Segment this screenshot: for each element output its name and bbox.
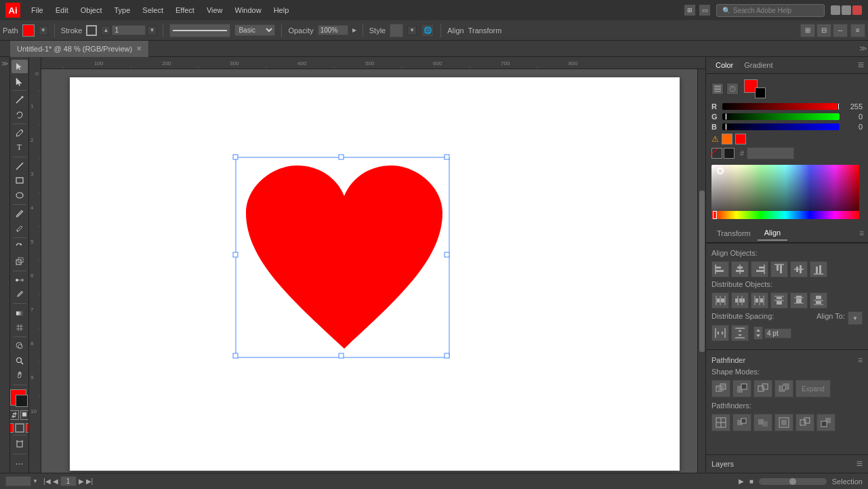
r-slider-thumb[interactable]	[838, 103, 840, 110]
minus-front-btn[interactable]	[732, 380, 751, 397]
handle-ml[interactable]	[233, 252, 238, 257]
expand-icon[interactable]: ≫	[0, 57, 9, 67]
color-spectrum[interactable]	[711, 165, 859, 219]
layout-btn-2[interactable]: ▭	[699, 4, 711, 16]
close-btn[interactable]	[852, 5, 862, 15]
timeline-slider[interactable]	[759, 478, 827, 485]
color-tab[interactable]: Color	[710, 59, 739, 71]
dist-top-btn[interactable]	[770, 292, 788, 309]
align-bottom-btn[interactable]	[810, 261, 827, 277]
none-swatch[interactable]	[711, 148, 722, 159]
r-slider[interactable]	[722, 103, 840, 110]
layers-menu-btn[interactable]: ≡	[856, 458, 863, 470]
opacity-arrow[interactable]: ▶	[352, 27, 356, 33]
unite-btn[interactable]	[711, 380, 730, 397]
zoom-input[interactable]: 48%	[5, 476, 31, 486]
outline-btn[interactable]	[795, 414, 814, 431]
expand-btn[interactable]: Expand	[795, 380, 831, 397]
scale-tool-btn[interactable]	[12, 254, 28, 268]
swap-colors-btn[interactable]	[10, 410, 19, 420]
stop-btn[interactable]: ■	[749, 477, 753, 485]
style-swatch[interactable]	[390, 24, 403, 37]
dist-center-v-btn[interactable]	[790, 292, 808, 309]
canvas-area[interactable]: 0 100 200 300 400 500 600 700 800	[29, 57, 705, 473]
shape-builder-btn[interactable]	[12, 339, 28, 353]
align-to-dropdown-btn[interactable]: ▼	[848, 311, 863, 325]
gamut-swatch[interactable]	[735, 134, 746, 144]
handle-bm[interactable]	[339, 353, 344, 358]
ellipse-tool-btn[interactable]	[12, 188, 28, 201]
trim-btn[interactable]	[732, 414, 751, 431]
arrange-btn-3[interactable]: ↔	[833, 24, 848, 37]
brush-tool-btn[interactable]	[12, 207, 28, 220]
artboard-btn[interactable]	[12, 437, 28, 451]
fill-dropdown-icon[interactable]: ▼	[39, 26, 48, 35]
fill-swatch[interactable]	[22, 24, 35, 37]
menu-file[interactable]: File	[26, 3, 49, 17]
next-page-btn[interactable]: ▶	[79, 477, 84, 485]
handle-tl[interactable]	[233, 155, 238, 159]
hue-bar[interactable]	[711, 211, 859, 219]
spacing-horiz-btn[interactable]	[711, 325, 729, 341]
menu-window[interactable]: Window	[230, 3, 267, 17]
arrange-btn-1[interactable]: ⊞	[800, 24, 815, 37]
background-swatch[interactable]	[16, 395, 28, 407]
brush-selector[interactable]: Basic	[234, 24, 275, 36]
hex-input[interactable]: ff0000	[747, 147, 794, 159]
eyedropper-tool-btn[interactable]	[12, 288, 28, 301]
warning-swatch[interactable]	[722, 134, 732, 144]
hand-tool-btn[interactable]	[12, 368, 28, 382]
intersect-btn[interactable]	[753, 380, 772, 397]
align-center-h-btn[interactable]	[731, 261, 749, 277]
exclude-btn[interactable]	[774, 380, 793, 397]
menu-select[interactable]: Select	[137, 3, 169, 17]
black-swatch[interactable]	[724, 148, 735, 159]
blend-tool-btn[interactable]	[12, 273, 28, 286]
search-box[interactable]: 🔍 Search Adobe Help	[716, 4, 825, 17]
magic-wand-btn[interactable]	[12, 93, 28, 106]
menu-edit[interactable]: Edit	[50, 3, 74, 17]
stroke-up-icon[interactable]: ▲	[101, 26, 110, 35]
pen-tool-btn[interactable]	[12, 126, 28, 140]
handle-mr[interactable]	[445, 252, 449, 257]
menu-type[interactable]: Type	[109, 3, 136, 17]
handle-tm[interactable]	[339, 155, 344, 159]
direct-select-tool-btn[interactable]	[12, 74, 28, 87]
pencil-tool-btn[interactable]	[12, 221, 28, 235]
rotate-tool-btn[interactable]	[12, 240, 28, 254]
vertical-scrollbar[interactable]	[697, 69, 705, 473]
layout-btn-1[interactable]: ⊞	[684, 4, 696, 16]
stroke-swatch[interactable]	[86, 25, 97, 36]
spacing-vert-btn[interactable]	[731, 325, 749, 341]
transform-tab[interactable]: Transform	[710, 227, 758, 240]
prev-page-btn[interactable]: ◀	[53, 477, 58, 485]
selection-tool-btn[interactable]	[12, 60, 28, 73]
maximize-btn[interactable]	[842, 5, 851, 15]
first-page-btn[interactable]: |◀	[43, 477, 51, 485]
menu-effect[interactable]: Effect	[170, 3, 200, 17]
panel-menu-btn[interactable]: ≡	[858, 59, 864, 71]
web-icon[interactable]: 🌐	[421, 24, 434, 37]
page-input[interactable]	[60, 476, 77, 486]
dist-center-h-btn[interactable]	[731, 292, 749, 309]
panels-right-toggle[interactable]: ≫	[858, 44, 868, 53]
dist-bottom-btn[interactable]	[810, 292, 827, 309]
stroke-mode-btn[interactable]	[15, 423, 24, 433]
mesh-tool-btn[interactable]	[12, 321, 28, 334]
gradient-tool-btn[interactable]	[12, 306, 28, 319]
g-slider[interactable]	[722, 113, 840, 120]
align-tab[interactable]: Align	[758, 226, 787, 241]
more-options-btn[interactable]: ≡	[850, 24, 865, 37]
align-right-btn[interactable]	[751, 261, 768, 277]
b-slider-thumb[interactable]	[725, 123, 727, 130]
heart-shape[interactable]	[246, 165, 442, 349]
line-tool-btn[interactable]	[12, 159, 28, 172]
align-center-v-btn[interactable]	[790, 261, 808, 277]
rect-tool-btn[interactable]	[12, 174, 28, 187]
merge-btn[interactable]	[753, 414, 772, 431]
menu-help[interactable]: Help	[268, 3, 295, 17]
last-page-btn[interactable]: ▶|	[86, 477, 94, 485]
style-dropdown-icon[interactable]: ▼	[407, 26, 417, 35]
opacity-input[interactable]	[318, 25, 348, 35]
transform-align-menu[interactable]: ≡	[859, 229, 864, 238]
